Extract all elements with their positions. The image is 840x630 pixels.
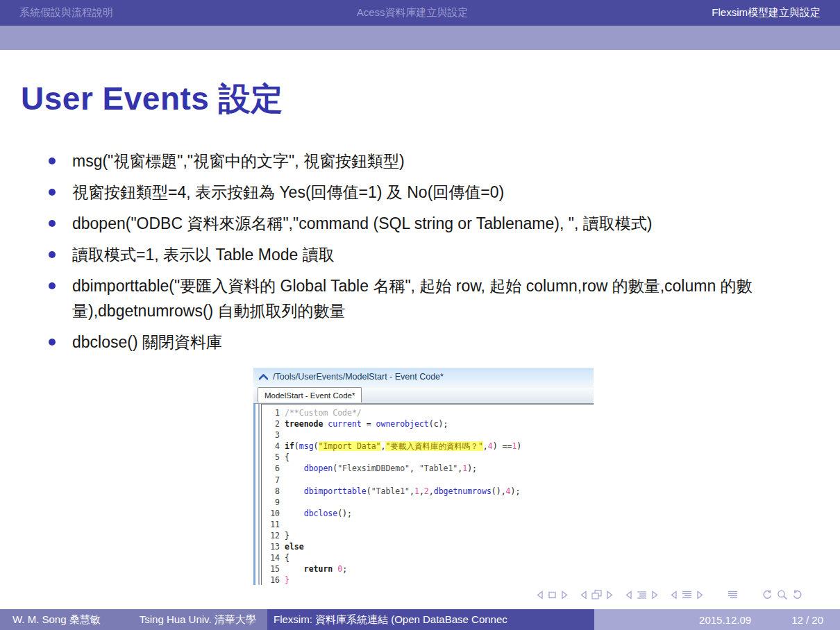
editor-left-border xyxy=(253,404,255,585)
line-number: 16 xyxy=(262,574,280,585)
line-number: 2 xyxy=(262,418,280,429)
line-number: 12 xyxy=(262,530,280,541)
collapse-chevron-icon xyxy=(258,373,269,381)
prev-subsection-icon xyxy=(624,590,633,600)
editor-tab: ModelStart - Event Code* xyxy=(258,387,362,402)
footer-author: W. M. Song 桑慧敏 xyxy=(12,613,101,627)
code-line-4: 4if(msg("Import Data","要載入資料庫的資料嗎？",4) =… xyxy=(262,441,594,452)
editor-splitter xyxy=(258,404,260,585)
code-line-9: 9 xyxy=(262,497,594,508)
section-list-icon xyxy=(681,590,693,600)
footer-date-box: 2015.12.09 12 / 20 xyxy=(594,609,840,630)
code-line-15: 15 return 0; xyxy=(262,563,594,574)
section-link-0[interactable]: 系統假設與流程說明 xyxy=(19,6,113,19)
subsection-band xyxy=(0,26,840,50)
footer-date: 2015.12.09 xyxy=(699,614,751,626)
line-number: 3 xyxy=(262,429,280,441)
line-number: 10 xyxy=(262,508,280,519)
line-number: 6 xyxy=(262,463,280,474)
footer-institute: Tsing Hua Univ. 清華大學 xyxy=(140,613,256,627)
subsection-nav-group[interactable] xyxy=(624,590,660,600)
line-number: 8 xyxy=(262,486,280,497)
bullet-marker xyxy=(49,251,56,258)
undo-icon xyxy=(761,589,773,601)
code-line-3: 3 xyxy=(262,429,594,441)
beamer-nav-symbols xyxy=(535,587,804,602)
code-line-6: 6 dbopen("FlexsimDBDemo", "Table1",1); xyxy=(262,463,594,474)
footer-page-number: 12 / 20 xyxy=(791,614,823,626)
slide-nav-group[interactable] xyxy=(535,590,569,600)
line-number: 9 xyxy=(262,497,280,508)
editor-tabrow: ModelStart - Event Code* xyxy=(253,386,594,404)
next-slide-icon xyxy=(560,590,569,600)
prev-section-icon xyxy=(669,590,678,600)
footline: W. M. Song 桑慧敏 Tsing Hua Univ. 清華大學 Flex… xyxy=(0,609,840,630)
editor-title: /Tools/UserEvents/ModelStart - Event Cod… xyxy=(273,372,444,382)
footer-author-box: W. M. Song 桑慧敏 Tsing Hua Univ. 清華大學 xyxy=(0,609,267,630)
search-icon xyxy=(776,589,789,601)
page-title: User Events 設定 xyxy=(21,78,283,121)
next-section-icon xyxy=(696,590,705,600)
bullet-item-1: 視窗按鈕類型=4, 表示按鈕為 Yes(回傳值=1) 及 No(回傳值=0) xyxy=(49,180,771,205)
frame-nav-group[interactable] xyxy=(579,589,614,600)
line-number: 14 xyxy=(262,552,280,563)
code-line-8: 8 dbimporttable("Table1",1,2,dbgetnumrow… xyxy=(262,486,594,497)
bullet-text: dbopen("ODBC 資料來源名稱","command (SQL strin… xyxy=(72,214,652,232)
footer-title-box: Flexsim: 資料庫系統連結 (Open DataBase Connec xyxy=(267,609,594,630)
line-number: 13 xyxy=(262,541,280,552)
bullet-text: dbclose() 關閉資料庫 xyxy=(72,333,222,351)
code-line-13: 13else xyxy=(262,541,594,552)
bullet-marker xyxy=(49,220,56,227)
bullet-list: msg("視窗標題","視窗中的文字", 視窗按鈕類型)視窗按鈕類型=4, 表示… xyxy=(49,148,771,361)
editor-titlebar: /Tools/UserEvents/ModelStart - Event Cod… xyxy=(253,368,594,386)
bullet-item-2: dbopen("ODBC 資料來源名稱","command (SQL strin… xyxy=(49,211,771,236)
bullet-marker xyxy=(49,339,56,346)
code-line-14: 14{ xyxy=(262,552,594,563)
document-nav-group[interactable] xyxy=(727,590,739,600)
prev-frame-icon xyxy=(579,590,588,600)
bullet-marker xyxy=(49,189,56,196)
next-frame-icon xyxy=(605,590,614,600)
footer-talk-title: Flexsim: 資料庫系統連結 (Open DataBase Connec xyxy=(274,613,507,627)
document-icon xyxy=(727,590,739,600)
bullet-text: dbimporttable("要匯入資料的 Global Table 名稱", … xyxy=(72,277,753,320)
section-navbar: 系統假設與流程說明Acess資料庫建立與設定Flexsim模型建立與設定 xyxy=(0,0,840,26)
bullet-text: msg("視窗標題","視窗中的文字", 視窗按鈕類型) xyxy=(72,152,405,170)
line-number: 4 xyxy=(262,441,280,452)
line-number: 1 xyxy=(262,407,280,418)
section-nav-group[interactable] xyxy=(669,590,705,600)
bullet-text: 視窗按鈕類型=4, 表示按鈕為 Yes(回傳值=1) 及 No(回傳值=0) xyxy=(72,183,504,201)
section-link-2[interactable]: Flexsim模型建立與設定 xyxy=(712,6,821,19)
code-editor-screenshot: /Tools/UserEvents/ModelStart - Event Cod… xyxy=(253,368,594,585)
code-line-16: 16} xyxy=(262,574,594,585)
code-line-7: 7 xyxy=(262,475,594,486)
slide: 系統假設與流程說明Acess資料庫建立與設定Flexsim模型建立與設定 Use… xyxy=(0,0,840,630)
bullet-item-5: dbclose() 關閉資料庫 xyxy=(49,330,771,355)
redo-icon xyxy=(791,589,804,601)
line-number: 11 xyxy=(262,519,280,530)
history-search-group[interactable] xyxy=(761,589,804,601)
slide-icon xyxy=(547,590,557,600)
code-line-5: 5{ xyxy=(262,452,594,463)
next-subsection-icon xyxy=(650,590,660,600)
prev-slide-icon xyxy=(535,590,544,600)
bullet-item-4: dbimporttable("要匯入資料的 Global Table 名稱", … xyxy=(49,273,771,323)
line-number: 15 xyxy=(262,563,280,574)
section-link-1[interactable]: Acess資料庫建立與設定 xyxy=(357,6,469,19)
bullet-marker xyxy=(49,158,56,164)
subsection-list-icon xyxy=(636,590,648,600)
line-number: 5 xyxy=(262,452,280,463)
code-line-10: 10 dbclose(); xyxy=(262,508,594,519)
bullet-marker xyxy=(49,282,56,289)
line-number: 7 xyxy=(262,475,280,486)
code-line-1: 1/**Custom Code*/ xyxy=(262,407,594,418)
bullet-item-0: msg("視窗標題","視窗中的文字", 視窗按鈕類型) xyxy=(49,148,771,173)
frames-icon xyxy=(591,589,603,600)
bullet-text: 讀取模式=1, 表示以 Table Mode 讀取 xyxy=(72,246,335,264)
bullet-item-3: 讀取模式=1, 表示以 Table Mode 讀取 xyxy=(49,242,771,267)
editor-code-area: 1/**Custom Code*/2treenode current = own… xyxy=(253,404,594,585)
code-line-11: 11 xyxy=(262,519,594,530)
code-line-12: 12} xyxy=(262,530,594,541)
code-pane: 1/**Custom Code*/2treenode current = own… xyxy=(261,404,594,585)
code-line-2: 2treenode current = ownerobject(c); xyxy=(262,418,594,429)
